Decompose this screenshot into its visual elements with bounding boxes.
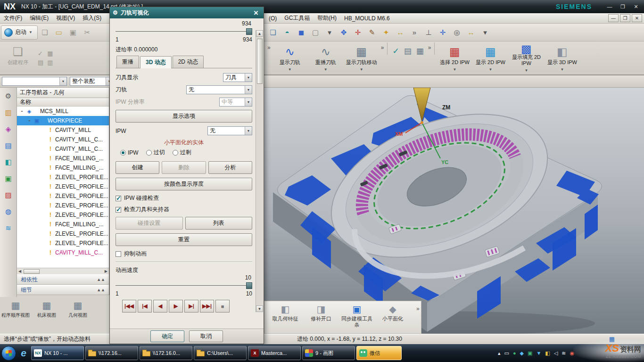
navigator-panel-header[interactable]: 相依性 ▲▲ <box>17 274 109 285</box>
menu-item[interactable]: HB_MOULD M6.6 <box>340 13 394 23</box>
slider-handle[interactable] <box>246 28 252 35</box>
reuse-library-icon[interactable]: ◧ <box>3 157 14 167</box>
stop-button[interactable]: ■ <box>215 300 230 313</box>
select-2d-ipw-button[interactable]: ▦ 选择 2D IPW ▼ <box>437 42 472 74</box>
scrollbar-thumb[interactable] <box>257 39 263 84</box>
tree-item[interactable]: ! ZLEVEL_PROFILE... <box>17 173 109 182</box>
save-icon[interactable]: ▣ <box>67 26 79 39</box>
scroll-up-icon[interactable]: ▲ <box>256 30 263 37</box>
tree-item[interactable]: - WORKPIECE <box>17 116 109 125</box>
expander-icon[interactable]: - <box>27 117 32 124</box>
tree-item[interactable]: ! FACE_MILLING_... <box>17 154 109 163</box>
orient-view-icon[interactable]: ✥ <box>338 26 350 39</box>
toolbar-overflow-chevron[interactable]: » <box>416 305 420 312</box>
tree-item[interactable]: ! CAVITY_MILL_C... <box>17 248 109 257</box>
overflow-chevron[interactable]: » <box>267 44 271 51</box>
snap-point-icon[interactable]: ✛ <box>437 26 449 39</box>
dialog-tab[interactable]: 3D 动态 <box>140 56 172 68</box>
view-button[interactable]: ▦ 机床视图 <box>32 300 61 331</box>
tray-ime-icon[interactable]: ▭ <box>504 350 509 356</box>
expander-icon[interactable]: - <box>20 108 24 115</box>
tray-show-hidden-icon[interactable]: ▴ <box>498 350 501 356</box>
step-back-button[interactable]: |◀ <box>138 300 152 313</box>
thickness-by-color-button[interactable]: 按颜色显示厚度 <box>116 178 252 190</box>
tree-item[interactable]: ! ZLEVEL_PROFILE... <box>17 239 109 248</box>
radio-option[interactable]: 过切 <box>146 148 165 156</box>
show-toolpath-button[interactable]: ∿ 显示刀轨 ▼ <box>272 42 308 74</box>
faceted-action-button[interactable]: 创建 <box>116 161 159 174</box>
selection-filter-combo[interactable]: ▼ <box>2 77 67 86</box>
tray-qq-icon[interactable]: ◆ <box>520 350 524 356</box>
synchronous-modeling-button[interactable]: ▣ 同步建模工具条 <box>339 303 375 328</box>
ipw-combo[interactable]: 无▼ <box>207 126 252 135</box>
hd3d-tools-icon[interactable]: ▣ <box>3 174 14 183</box>
selection-scope-combo[interactable]: 整个装配▼ <box>70 77 113 86</box>
start-orb-button[interactable] <box>1 346 16 361</box>
close-button[interactable]: ✕ <box>630 2 642 11</box>
tray-security-icon[interactable]: ▣ <box>528 350 532 356</box>
navigator-panel-header[interactable]: 细节 ▲▲ <box>17 285 109 295</box>
effects-icon[interactable]: ✦ <box>380 26 392 39</box>
show-filled-2d-ipw-button[interactable]: ▩ 显示填充 2D IPW ▼ <box>508 42 544 74</box>
taskbar-mastercam-button[interactable]: X Masterca... <box>248 346 301 360</box>
overflow-chevron[interactable]: » <box>408 26 421 39</box>
name-column-header[interactable]: 名称 <box>17 98 109 107</box>
roles-gear-icon[interactable]: ⚙ <box>3 91 14 101</box>
tree-item[interactable]: ! ZLEVEL_PROFILE... <box>17 182 109 191</box>
window-style-icon[interactable]: ❏ <box>267 26 279 39</box>
child-restore-button[interactable]: ❐ <box>620 14 630 22</box>
menu-item[interactable]: 插入(S) <box>79 14 105 22</box>
measure-icon[interactable]: ↔ <box>394 26 406 39</box>
cancel-button[interactable]: 取消 <box>189 330 223 342</box>
tree-item[interactable]: ! ZLEVEL_PROFILE... <box>17 210 109 220</box>
play-button[interactable]: ▶ <box>169 300 183 313</box>
tray-network-icon[interactable]: ≋ <box>561 350 566 356</box>
snap-dist-icon[interactable]: ↔ <box>465 26 477 39</box>
taskbar-wechat-button[interactable]: 微信 <box>356 346 402 360</box>
show-options-button[interactable]: 显示选项 <box>116 110 252 123</box>
menu-item[interactable]: GC工具箱 <box>281 13 314 23</box>
speed-slider[interactable] <box>116 282 252 289</box>
frame-slider[interactable] <box>116 28 252 35</box>
taskbar-network-folder-button[interactable]: \\172.16... <box>85 346 138 360</box>
verify-toolpath-icon[interactable]: ▤ <box>404 46 412 56</box>
child-minimize-button[interactable]: — <box>608 14 619 22</box>
radio-option[interactable]: 过剩 <box>173 148 191 156</box>
checkbox-row[interactable]: 检查刀具和夹持器 <box>116 206 252 214</box>
brush-icon[interactable]: ✎ <box>366 26 378 39</box>
create-program-button[interactable]: ❏ 创建程序 <box>0 42 36 74</box>
display-mode-icon[interactable]: ◓ <box>281 26 293 39</box>
dialog-tab[interactable]: 重播 <box>116 56 139 68</box>
minimize-button[interactable]: — <box>603 2 616 11</box>
tree-item[interactable]: ! FACE_MILLING_... <box>17 220 109 229</box>
collision-button[interactable]: 碰撞设置 <box>116 217 183 230</box>
view-button[interactable]: ▦ 几何视图 <box>63 300 92 331</box>
tree-item[interactable]: ! CAVITY_MILL <box>17 125 109 135</box>
internet-explorer-icon[interactable]: e <box>17 346 30 360</box>
ipw-resolution-combo[interactable]: 中等▼ <box>219 98 252 107</box>
tray-download-icon[interactable]: ▼ <box>536 350 541 356</box>
tree-item[interactable]: ! FACE_MILLING_... <box>17 163 109 173</box>
menu-item[interactable]: 文件(F) <box>0 14 26 22</box>
scrollbar-thumb[interactable] <box>24 269 40 274</box>
taskbar-paint-button[interactable]: 9 - 画图 <box>302 346 355 360</box>
patch-opening-button[interactable]: ◨ 修补开口 <box>303 303 339 322</box>
list-output-icon[interactable]: ▦ <box>416 46 424 56</box>
tree-item[interactable]: - MCS_MILL <box>17 107 109 116</box>
go-to-end-button[interactable]: ▶▶| <box>200 300 214 313</box>
taskbar-nx-button[interactable]: NX NX 10 - ... <box>31 346 84 360</box>
tray-volume-icon[interactable]: ◁ <box>554 350 558 356</box>
faceted-action-button[interactable]: 分析 <box>208 161 252 174</box>
checkbox-row[interactable]: IPW 碰撞检查 <box>116 194 252 202</box>
step-forward-button[interactable]: ▶| <box>184 300 198 313</box>
go-to-start-button[interactable]: |◀◀ <box>122 300 136 313</box>
extract-geometry-button[interactable]: ◧ 取几何特征 <box>267 303 303 322</box>
menu-item[interactable]: 视图(V) <box>52 14 79 22</box>
constraint-navigator-icon[interactable]: ◈ <box>3 124 14 134</box>
show-toolpath-motion-button[interactable]: ▦ 显示刀轨移动 ▼ <box>344 42 380 74</box>
dialog-scrollbar[interactable]: ▲ ▼ <box>256 30 263 312</box>
dialog-close-button[interactable]: ✕ <box>251 8 261 17</box>
horizontal-scrollbar[interactable]: ◀ ▶ <box>17 268 109 274</box>
snap-caret-icon[interactable]: ▾ <box>479 26 491 39</box>
collision-button[interactable]: 列表 <box>185 217 253 230</box>
